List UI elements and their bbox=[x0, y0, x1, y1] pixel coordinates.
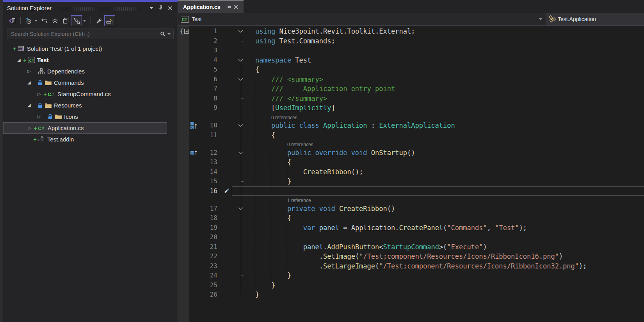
search-icon[interactable] bbox=[160, 31, 166, 37]
tree-item-dependencies[interactable]: ▷Dependencies bbox=[3, 66, 167, 77]
code-line-13[interactable]: 13 { bbox=[178, 157, 644, 167]
code-line-10[interactable]: IO10 public class Application : External… bbox=[178, 121, 644, 131]
code-text[interactable]: /// Application entry point bbox=[249, 84, 644, 94]
sync-with-active-document-dropdown-chevron-icon[interactable] bbox=[82, 16, 87, 26]
tab-pin-icon[interactable] bbox=[225, 4, 232, 11]
search-input[interactable]: Search Solution Explorer (Ctrl+;) bbox=[7, 29, 174, 39]
code-text[interactable]: } bbox=[249, 271, 644, 281]
code-text[interactable]: { bbox=[249, 213, 644, 223]
code-text[interactable]: .SetLargeImage("/Test;component/Resource… bbox=[249, 261, 644, 271]
expander-open-icon[interactable]: ◢ bbox=[16, 57, 22, 63]
code-line-9[interactable]: 9 [UsedImplicitly] bbox=[178, 103, 644, 113]
inheritance-margin-icon[interactable]: IO bbox=[189, 121, 199, 131]
glyph-margin[interactable] bbox=[178, 36, 189, 46]
code-text[interactable]: public override void OnStartup() bbox=[249, 148, 644, 158]
glyph-margin[interactable] bbox=[178, 213, 189, 223]
pin-panel-button[interactable] bbox=[157, 4, 165, 13]
tree-item-commands[interactable]: ◢Commands bbox=[3, 77, 167, 88]
tree-item-test-addin[interactable]: +Test.addin bbox=[3, 134, 167, 145]
glyph-margin[interactable] bbox=[178, 177, 189, 186]
member-dropdown[interactable]: Test.Application bbox=[546, 13, 644, 25]
codelens-references[interactable]: 0 references bbox=[178, 113, 644, 121]
glyph-margin[interactable] bbox=[178, 252, 189, 261]
glyph-margin[interactable] bbox=[178, 167, 189, 177]
code-text[interactable]: } bbox=[249, 290, 644, 300]
glyph-margin[interactable] bbox=[178, 55, 189, 65]
glyph-margin[interactable] bbox=[178, 157, 189, 167]
code-text[interactable] bbox=[249, 186, 644, 196]
sync-with-active-document-button[interactable] bbox=[71, 15, 82, 26]
code-line-1[interactable]: {1using Nice3point.Revit.Toolkit.Externa… bbox=[178, 27, 644, 36]
codelens-references[interactable]: 1 reference bbox=[178, 196, 644, 204]
code-line-6[interactable]: 6 /// <summary> bbox=[178, 75, 644, 84]
glyph-margin[interactable] bbox=[178, 103, 189, 113]
glyph-margin[interactable] bbox=[178, 223, 189, 233]
inheritance-margin-icon[interactable]: O bbox=[189, 148, 199, 158]
quick-actions-screwdriver-icon[interactable] bbox=[221, 186, 232, 196]
glyph-margin[interactable] bbox=[178, 75, 189, 84]
code-text[interactable]: { bbox=[249, 131, 644, 140]
glyph-margin[interactable] bbox=[178, 281, 189, 290]
glyph-margin[interactable] bbox=[178, 204, 189, 214]
codelens-references[interactable]: 0 references bbox=[178, 140, 644, 148]
code-text[interactable]: /// </summary> bbox=[249, 94, 644, 104]
expander-closed-icon[interactable]: ▷ bbox=[36, 91, 43, 97]
code-line-5[interactable]: 5{ bbox=[178, 65, 644, 75]
glyph-margin[interactable] bbox=[178, 46, 189, 55]
code-text[interactable]: namespace Test bbox=[249, 55, 644, 65]
code-text[interactable]: private void CreateRibbon() bbox=[249, 204, 644, 214]
expander-closed-icon[interactable]: ▷ bbox=[26, 125, 33, 131]
fold-chevron-icon[interactable] bbox=[232, 204, 249, 214]
code-line-26[interactable]: 26} bbox=[178, 290, 644, 300]
glyph-margin[interactable]: { bbox=[178, 27, 189, 36]
tree-item-startupcommand-cs[interactable]: ▷+C#StartupCommand.cs bbox=[3, 88, 167, 100]
code-line-2[interactable]: 2using Test.Commands; bbox=[178, 36, 644, 46]
code-line-8[interactable]: 8 /// </summary> bbox=[178, 94, 644, 104]
search-options-chevron-icon[interactable] bbox=[167, 33, 171, 35]
code-line-22[interactable]: 22 .SetImage("/Test;component/Resources/… bbox=[178, 252, 644, 261]
code-text[interactable]: CreateRibbon(); bbox=[249, 167, 644, 177]
expander-open-icon[interactable]: ◢ bbox=[26, 80, 32, 85]
glyph-margin[interactable] bbox=[178, 186, 189, 196]
code-line-3[interactable]: 3 bbox=[178, 46, 644, 55]
code-line-11[interactable]: 11 { bbox=[178, 131, 644, 140]
window-position-menu-button[interactable] bbox=[147, 4, 156, 13]
glyph-margin[interactable] bbox=[178, 233, 189, 242]
code-line-7[interactable]: 7 /// Application entry point bbox=[178, 84, 644, 94]
code-line-15[interactable]: 15 } bbox=[178, 177, 644, 186]
glyph-margin[interactable] bbox=[178, 242, 189, 252]
glyph-margin[interactable] bbox=[178, 121, 189, 131]
code-text[interactable]: .SetImage("/Test;component/Resources/Ico… bbox=[249, 252, 644, 261]
glyph-margin[interactable] bbox=[178, 94, 189, 104]
glyph-margin[interactable] bbox=[178, 65, 189, 75]
expander-closed-icon[interactable]: ▷ bbox=[36, 114, 43, 119]
code-line-24[interactable]: 24 } bbox=[178, 271, 644, 281]
tree-item-resources[interactable]: ◢Resources bbox=[3, 100, 167, 111]
fold-chevron-icon[interactable] bbox=[232, 55, 249, 65]
show-all-files-button[interactable] bbox=[60, 16, 71, 26]
code-text[interactable] bbox=[249, 46, 644, 55]
project-dropdown[interactable]: C# Test bbox=[178, 13, 546, 25]
fold-chevron-icon[interactable] bbox=[232, 27, 249, 36]
expander-closed-icon[interactable]: ▷ bbox=[26, 69, 32, 74]
code-editor[interactable]: {1using Nice3point.Revit.Toolkit.Externa… bbox=[178, 26, 644, 322]
code-line-12[interactable]: O12 public override void OnStartup() bbox=[178, 148, 644, 158]
tab-application-cs[interactable]: Application.cs bbox=[178, 0, 244, 13]
code-text[interactable]: { bbox=[249, 65, 644, 75]
tree-item-solution-test-1-of-1-project[interactable]: +Solution 'Test' (1 of 1 project) bbox=[3, 43, 167, 54]
glyph-margin[interactable] bbox=[178, 271, 189, 281]
collapse-all-button[interactable] bbox=[50, 16, 60, 26]
code-text[interactable]: } bbox=[249, 281, 644, 290]
glyph-margin[interactable] bbox=[178, 84, 189, 94]
pending-changes-filter-button[interactable] bbox=[23, 16, 34, 26]
fold-chevron-icon[interactable] bbox=[232, 75, 249, 84]
properties-button[interactable] bbox=[94, 16, 104, 26]
project-dropdown-chevron-icon[interactable] bbox=[535, 18, 546, 20]
code-text[interactable]: var panel = Application.CreatePanel("Com… bbox=[249, 223, 644, 233]
code-text[interactable]: } bbox=[249, 177, 644, 186]
code-line-19[interactable]: 19 var panel = Application.CreatePanel("… bbox=[178, 223, 644, 233]
code-text[interactable]: [UsedImplicitly] bbox=[249, 103, 644, 113]
code-line-16[interactable]: 16 bbox=[178, 186, 644, 196]
glyph-margin[interactable] bbox=[178, 261, 189, 271]
fold-chevron-icon[interactable] bbox=[232, 148, 249, 158]
